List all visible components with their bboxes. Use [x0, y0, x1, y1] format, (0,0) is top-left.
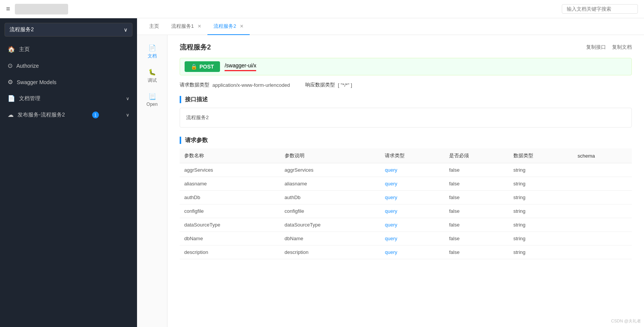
debug-icon: 🐛: [148, 69, 156, 76]
param-desc: description: [280, 246, 381, 259]
sidebar: 流程服务2 ∨ 🏠 主页 ⊙ Authorize ⚙ Swagger Model…: [0, 18, 137, 327]
copy-doc-button[interactable]: 复制文档: [612, 44, 632, 51]
left-panel-open-label: Open: [147, 102, 158, 107]
param-name: configfile: [180, 204, 280, 218]
lock-icon: 🔒: [191, 64, 197, 70]
col-schema: schema: [573, 148, 632, 163]
response-type-value: [ "*/*" ]: [338, 82, 352, 88]
param-schema: [573, 218, 632, 232]
param-data-type: string: [509, 246, 573, 259]
col-desc: 参数说明: [280, 148, 381, 163]
param-name: dataSourceType: [180, 218, 280, 232]
method-label: POST: [199, 64, 214, 70]
left-panel-debug[interactable]: 🐛 调试: [139, 65, 166, 87]
layout: 流程服务2 ∨ 🏠 主页 ⊙ Authorize ⚙ Swagger Model…: [0, 18, 644, 327]
param-data-type: string: [509, 204, 573, 218]
tabs-bar: 主页 流程服务1 ✕ 流程服务2 ✕: [137, 18, 644, 35]
param-data-type: string: [509, 191, 573, 204]
param-required: false: [445, 232, 509, 246]
chevron-down-icon: ∨: [126, 96, 129, 101]
table-row: authDb authDb query false string: [180, 191, 632, 204]
sidebar-item-publish-service[interactable]: ☁ 发布服务-流程服务2 1 ∨: [0, 107, 137, 123]
home-icon: 🏠: [8, 46, 15, 53]
left-panel-debug-label: 调试: [148, 77, 157, 84]
sidebar-item-authorize-label: Authorize: [16, 63, 39, 69]
param-desc: dbName: [280, 232, 381, 246]
doc-content: 流程服务2 复制接口 复制文档 🔒 POST /swagger-ui/x: [167, 35, 644, 327]
footer-credit: CSDN @夫礼者: [611, 318, 641, 324]
tab-service1-label: 流程服务1: [171, 23, 194, 30]
param-required: false: [445, 191, 509, 204]
param-desc: aliasname: [280, 177, 381, 191]
sidebar-item-authorize[interactable]: ⊙ Authorize: [0, 57, 137, 74]
left-panel-open[interactable]: 📃 Open: [139, 90, 166, 110]
param-data-type: string: [509, 232, 573, 246]
request-type-label: 请求数据类型: [180, 81, 209, 88]
search-input[interactable]: [562, 4, 638, 14]
request-type-item: 请求数据类型 application/x-www-form-urlencoded: [180, 81, 290, 88]
copy-api-button[interactable]: 复制接口: [586, 44, 606, 51]
col-data-type: 数据类型: [509, 148, 573, 163]
param-desc: configfile: [280, 204, 381, 218]
tab-service2[interactable]: 流程服务2 ✕: [207, 18, 250, 35]
table-row: description description query false stri…: [180, 246, 632, 259]
sidebar-item-doc-mgmt-label: 文档管理: [19, 95, 40, 102]
params-title: 请求参数: [180, 137, 632, 144]
chevron-down-icon: ∨: [124, 27, 128, 33]
authorize-icon: ⊙: [8, 62, 13, 69]
method-bar: 🔒 POST /swagger-ui/x: [180, 58, 632, 75]
interface-desc-section: 接口描述 流程服务2: [180, 96, 632, 128]
col-type: 请求类型: [380, 148, 445, 163]
publish-service-badge: 1: [92, 112, 99, 118]
param-type: query: [380, 246, 445, 259]
param-desc: dataSourceType: [280, 218, 381, 232]
cloud-icon: ☁: [8, 111, 14, 118]
tab-service1-close[interactable]: ✕: [198, 24, 201, 29]
tab-service2-close[interactable]: ✕: [240, 24, 244, 29]
table-row: dataSourceType dataSourceType query fals…: [180, 218, 632, 232]
response-type-label: 响应数据类型: [305, 81, 335, 88]
param-name: dbName: [180, 232, 280, 246]
tab-home[interactable]: 主页: [143, 18, 165, 35]
sidebar-item-doc-mgmt[interactable]: 📄 文档管理 ∨: [0, 90, 137, 107]
param-name: aliasname: [180, 177, 280, 191]
param-data-type: string: [509, 177, 573, 191]
chevron-down-icon-2: ∨: [126, 112, 129, 118]
param-schema: [573, 163, 632, 177]
param-type: query: [380, 232, 445, 246]
doc-icon: 📄: [148, 44, 156, 51]
param-desc: aggrServices: [280, 163, 381, 177]
service-selector[interactable]: 流程服务2 ∨: [5, 23, 132, 37]
method-badge[interactable]: 🔒 POST: [185, 61, 220, 72]
left-panel: 📄 文档 🐛 调试 📃 Open: [137, 35, 167, 327]
sidebar-item-publish-service-label: 发布服务-流程服务2: [18, 112, 65, 118]
param-required: false: [445, 246, 509, 259]
tab-service1[interactable]: 流程服务1 ✕: [165, 18, 207, 35]
param-schema: [573, 204, 632, 218]
table-row: dbName dbName query false string: [180, 232, 632, 246]
col-name: 参数名称: [180, 148, 280, 163]
param-required: false: [445, 204, 509, 218]
param-type: query: [380, 204, 445, 218]
sidebar-item-swagger-models[interactable]: ⚙ Swagger Models: [0, 74, 137, 90]
left-panel-doc[interactable]: 📄 文档: [139, 41, 166, 62]
open-icon: 📃: [148, 93, 156, 100]
left-panel-doc-label: 文档: [148, 53, 157, 59]
sidebar-item-home[interactable]: 🏠 主页: [0, 41, 137, 57]
api-actions: 复制接口 复制文档: [586, 44, 632, 51]
api-title: 流程服务2: [180, 43, 211, 52]
api-url: /swagger-ui/x: [225, 62, 256, 71]
param-required: false: [445, 163, 509, 177]
sidebar-item-home-label: 主页: [19, 46, 30, 53]
content-area: 📄 文档 🐛 调试 📃 Open 流程服务2 复制接口: [137, 35, 644, 327]
service-selector-label: 流程服务2: [10, 26, 34, 33]
request-type-value: application/x-www-form-urlencoded: [212, 82, 290, 88]
param-schema: [573, 232, 632, 246]
params-section: 请求参数 参数名称 参数说明 请求类型 是否必须 数据类型 schema: [180, 137, 632, 259]
param-data-type: string: [509, 163, 573, 177]
param-type: query: [380, 163, 445, 177]
swagger-models-icon: ⚙: [8, 78, 13, 86]
menu-icon[interactable]: ≡: [6, 5, 10, 13]
param-name: authDb: [180, 191, 280, 204]
param-required: false: [445, 177, 509, 191]
